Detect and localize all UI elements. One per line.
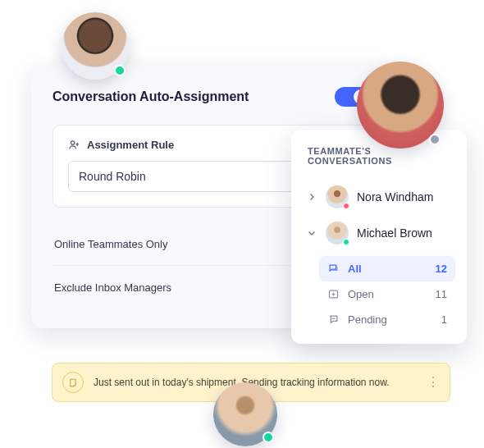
teammate-name: Nora Windham bbox=[357, 190, 433, 203]
teammates-title: TEAMMATE'S CONVERSATIONS bbox=[303, 146, 455, 166]
teammate-row-michael[interactable]: Michael Brown bbox=[303, 215, 455, 251]
chevron-down-icon bbox=[306, 227, 317, 239]
avatar bbox=[357, 62, 444, 149]
avatar bbox=[213, 382, 277, 446]
rule-label-text: Assignment Rule bbox=[87, 139, 174, 151]
filter-count: 11 bbox=[436, 288, 447, 300]
status-dot-busy bbox=[343, 203, 349, 209]
teammate-name: Michael Brown bbox=[357, 226, 432, 240]
status-dot-away bbox=[429, 134, 441, 145]
svg-point-0 bbox=[71, 141, 74, 144]
chat-minus-icon bbox=[327, 313, 340, 326]
filter-all[interactable]: All 12 bbox=[319, 256, 455, 281]
inbox-plus-icon bbox=[327, 288, 340, 300]
settings-header: Conversation Auto-Assignment bbox=[53, 87, 371, 107]
avatar bbox=[62, 12, 129, 80]
avatar bbox=[326, 222, 349, 245]
filter-count: 12 bbox=[436, 263, 447, 275]
teammate-row-nora[interactable]: Nora Windham bbox=[303, 179, 455, 215]
conversation-filters: All 12 Open 11 Pending 1 bbox=[319, 256, 455, 332]
filter-count: 1 bbox=[441, 313, 447, 326]
chevron-right-icon bbox=[306, 191, 317, 203]
teammates-panel: TEAMMATE'S CONVERSATIONS Nora Windham Mi… bbox=[291, 130, 467, 344]
filter-label: Open bbox=[348, 288, 374, 300]
status-dot-online bbox=[114, 65, 126, 76]
chat-icon bbox=[327, 263, 340, 275]
setting-label: Online Teammates Only bbox=[54, 238, 168, 250]
filter-label: All bbox=[348, 263, 362, 275]
note-icon bbox=[62, 372, 84, 393]
settings-title: Conversation Auto-Assignment bbox=[53, 89, 249, 104]
setting-label: Exclude Inbox Managers bbox=[54, 281, 171, 294]
more-menu-icon[interactable]: ⋮ bbox=[427, 381, 440, 384]
person-plus-icon bbox=[68, 139, 80, 151]
avatar bbox=[326, 185, 349, 208]
status-dot-online bbox=[343, 239, 349, 245]
status-dot-online bbox=[263, 432, 274, 443]
filter-label: Pending bbox=[348, 313, 387, 326]
filter-open[interactable]: Open 11 bbox=[319, 281, 455, 307]
filter-pending[interactable]: Pending 1 bbox=[319, 307, 455, 332]
